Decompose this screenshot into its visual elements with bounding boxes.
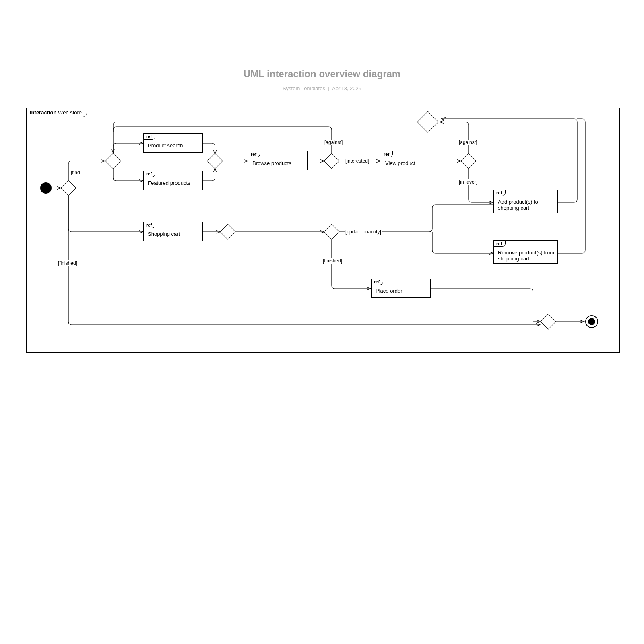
merge-d3 bbox=[207, 153, 223, 169]
merge-top bbox=[417, 111, 439, 133]
merge-d8 bbox=[540, 314, 556, 330]
ref-browse-products: ref Browse products bbox=[248, 151, 308, 170]
edges-layer bbox=[27, 108, 619, 352]
initial-node bbox=[40, 182, 52, 194]
label-finished-1: [finished] bbox=[322, 258, 343, 264]
ref-product-search: ref Product search bbox=[143, 133, 203, 153]
diagram-header: UML interaction overview diagram System … bbox=[0, 68, 644, 91]
label-in-favor: [in favor] bbox=[458, 179, 478, 185]
decision-d4 bbox=[324, 153, 340, 169]
label-against-2: [against] bbox=[458, 140, 478, 145]
ref-remove-product: ref Remove product(s) from shopping cart bbox=[493, 240, 558, 264]
decision-d6 bbox=[220, 224, 236, 240]
ref-place-order: ref Place order bbox=[371, 279, 431, 298]
label-update-quantity: [update quantity] bbox=[345, 229, 382, 235]
ref-shopping-cart: ref Shopping cart bbox=[143, 222, 203, 241]
interaction-frame: interaction Web store bbox=[26, 108, 620, 353]
diagram-title: UML interaction overview diagram bbox=[231, 68, 413, 82]
decision-d5 bbox=[460, 153, 477, 169]
ref-add-product: ref Add product(s) to shopping cart bbox=[493, 190, 558, 213]
label-interested: [interested] bbox=[345, 158, 370, 164]
label-finished-2: [finished] bbox=[57, 260, 78, 266]
final-node bbox=[585, 315, 598, 328]
decision-d2 bbox=[105, 153, 121, 169]
frame-tab: interaction Web store bbox=[26, 108, 87, 117]
diagram-subtitle: System Templates | April 3, 2025 bbox=[0, 85, 644, 91]
decision-d1 bbox=[60, 180, 76, 196]
label-find: [find] bbox=[70, 170, 82, 175]
decision-d7 bbox=[324, 224, 340, 240]
ref-view-product: ref View product bbox=[381, 151, 440, 170]
label-against-1: [against] bbox=[324, 140, 343, 145]
ref-featured-products: ref Featured products bbox=[143, 171, 203, 190]
